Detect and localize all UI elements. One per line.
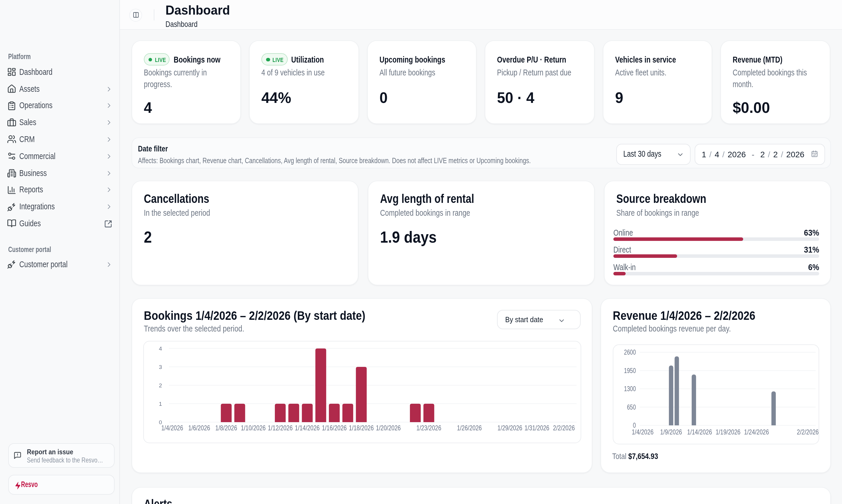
svg-text:1/4/2026: 1/4/2026 bbox=[631, 428, 653, 436]
svg-text:2: 2 bbox=[159, 382, 162, 389]
svg-text:1950: 1950 bbox=[624, 366, 635, 375]
svg-text:1/23/2026: 1/23/2026 bbox=[416, 424, 441, 432]
svg-text:1/29/2026: 1/29/2026 bbox=[497, 424, 522, 432]
svg-text:1/4/2026: 1/4/2026 bbox=[161, 424, 183, 432]
svg-text:1/26/2026: 1/26/2026 bbox=[457, 424, 482, 432]
svg-text:1300: 1300 bbox=[624, 385, 635, 393]
svg-text:1: 1 bbox=[159, 401, 162, 407]
svg-text:1/20/2026: 1/20/2026 bbox=[376, 424, 400, 432]
svg-text:1/19/2026: 1/19/2026 bbox=[715, 428, 740, 436]
svg-text:1/10/2026: 1/10/2026 bbox=[240, 424, 266, 432]
svg-text:1/31/2026: 1/31/2026 bbox=[524, 424, 549, 432]
svg-text:1/24/2026: 1/24/2026 bbox=[744, 428, 769, 436]
svg-text:1/14/2026: 1/14/2026 bbox=[687, 428, 712, 436]
svg-text:4: 4 bbox=[159, 345, 162, 352]
svg-text:1/18/2026: 1/18/2026 bbox=[348, 424, 373, 432]
svg-text:1/14/2026: 1/14/2026 bbox=[295, 424, 320, 432]
svg-text:2/2/2026: 2/2/2026 bbox=[553, 424, 575, 432]
svg-text:1/9/2026: 1/9/2026 bbox=[660, 428, 682, 436]
svg-text:1/12/2026: 1/12/2026 bbox=[268, 424, 292, 432]
svg-text:650: 650 bbox=[627, 403, 635, 411]
svg-text:1/6/2026: 1/6/2026 bbox=[188, 424, 210, 432]
svg-text:1/8/2026: 1/8/2026 bbox=[215, 424, 237, 432]
svg-text:2600: 2600 bbox=[624, 348, 635, 356]
svg-text:2/2/2026: 2/2/2026 bbox=[797, 428, 819, 436]
svg-text:1/16/2026: 1/16/2026 bbox=[322, 424, 346, 432]
svg-text:3: 3 bbox=[159, 364, 162, 370]
